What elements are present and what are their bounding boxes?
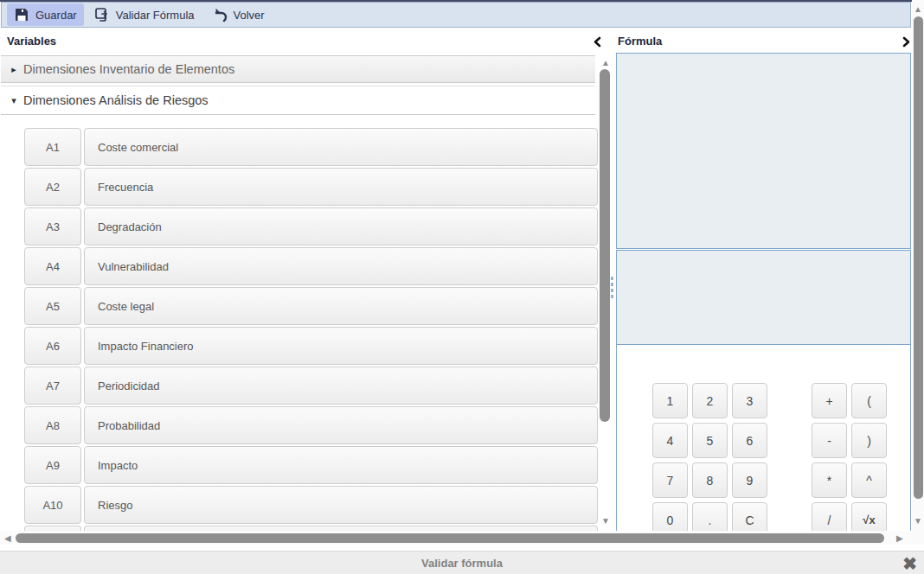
keypad-plus-button[interactable]: +: [812, 383, 847, 418]
validate-formula-label: Validar Fórmula: [116, 9, 195, 22]
scroll-up-icon[interactable]: ▲: [914, 5, 922, 14]
back-button[interactable]: Volver: [205, 3, 272, 26]
formula-editor-window: Guardar Validar Fórmula Volver Variables…: [0, 0, 924, 574]
section-dimensiones-analisis[interactable]: ▾ Dimensiones Análisis de Riesgos: [1, 86, 595, 115]
keypad-multiply-button[interactable]: *: [812, 462, 847, 498]
variable-code[interactable]: A3: [24, 207, 81, 246]
variable-name[interactable]: Periodicidad: [84, 367, 598, 405]
variable-code[interactable]: A7: [24, 367, 81, 405]
scroll-left-icon[interactable]: ◀: [4, 534, 11, 543]
variable-name[interactable]: Coste comercial: [84, 128, 598, 166]
section-expanded-icon: ▾: [8, 95, 20, 106]
splitter-grip-dot: [611, 295, 613, 298]
variable-name[interactable]: Frecuencia: [84, 168, 598, 206]
keypad-digit-9[interactable]: 9: [732, 462, 767, 498]
variable-name[interactable]: Probabilidad: [84, 406, 598, 444]
variable-code[interactable]: A4: [24, 247, 81, 285]
validate-formula-button[interactable]: Validar Fórmula: [87, 3, 202, 26]
variable-code[interactable]: A2: [24, 168, 81, 206]
variable-name[interactable]: Impacto: [84, 446, 598, 484]
save-button-label: Guardar: [35, 9, 77, 22]
keypad-digit-4[interactable]: 4: [652, 423, 688, 458]
variable-code[interactable]: A8: [24, 406, 81, 444]
keypad-close-paren-button[interactable]: ): [851, 423, 887, 458]
collapse-formula-icon[interactable]: [902, 35, 912, 51]
keypad-power-button[interactable]: ^: [851, 462, 887, 498]
keypad-digit-2[interactable]: 2: [692, 383, 728, 418]
collapse-variables-icon[interactable]: [592, 35, 602, 51]
variable-name[interactable]: Impacto Financiero: [84, 327, 598, 365]
footer-bar: Validar fórmula ✖: [0, 551, 924, 574]
scroll-down-icon[interactable]: ▼: [601, 517, 610, 526]
keypad-digit-1[interactable]: 1: [652, 383, 688, 418]
scroll-down-icon[interactable]: ▼: [914, 517, 922, 526]
vertical-scrollbar[interactable]: ▲ ▼: [912, 0, 924, 545]
scroll-up-icon[interactable]: ▲: [601, 59, 610, 67]
horizontal-scrollbar[interactable]: ◀ ▶: [0, 531, 912, 545]
splitter-grip-dot: [611, 289, 613, 292]
keypad-digit-3[interactable]: 3: [732, 383, 767, 418]
variables-panel-title: Variables: [7, 35, 56, 48]
section-dimensiones-inventario[interactable]: ▸ Dimensiones Inventario de Elementos: [1, 55, 595, 83]
variable-name[interactable]: Coste legal: [84, 287, 598, 325]
variable-code[interactable]: A5: [24, 287, 81, 325]
keypad-minus-button[interactable]: -: [812, 423, 847, 458]
keypad-digit-6[interactable]: 6: [732, 423, 767, 458]
section-label: Dimensiones Análisis de Riesgos: [23, 93, 209, 107]
undo-arrow-icon: [212, 7, 228, 22]
formula-expression-area[interactable]: [616, 53, 911, 249]
keypad-digit-5[interactable]: 5: [692, 423, 728, 458]
horizontal-scrollbar-thumb[interactable]: [16, 533, 884, 543]
scroll-right-icon[interactable]: ▶: [896, 534, 903, 543]
keypad-digit-7[interactable]: 7: [652, 462, 688, 498]
splitter-grip-dot: [611, 283, 613, 286]
save-icon: [14, 7, 29, 22]
variable-code[interactable]: A10: [24, 486, 81, 524]
section-collapsed-icon: ▸: [8, 64, 20, 75]
formula-panel-title: Fórmula: [618, 35, 662, 48]
variable-code[interactable]: A9: [24, 446, 81, 484]
splitter-grip-dot: [611, 277, 613, 280]
variables-scrollbar-thumb[interactable]: [600, 69, 610, 422]
vertical-scrollbar-thumb[interactable]: [914, 16, 923, 499]
save-button[interactable]: Guardar: [7, 3, 84, 26]
variable-name[interactable]: Degradación: [84, 207, 598, 246]
variable-name[interactable]: Vulnerabilidad: [84, 247, 598, 285]
section-label: Dimensiones Inventario de Elementos: [23, 62, 234, 76]
keypad-open-paren-button[interactable]: (: [851, 383, 887, 418]
variable-code[interactable]: A1: [24, 128, 81, 166]
formula-preview-area[interactable]: [616, 250, 911, 345]
variable-code[interactable]: A6: [24, 327, 81, 365]
variable-name[interactable]: Riesgo: [84, 486, 598, 524]
back-button-label: Volver: [234, 9, 265, 22]
close-icon[interactable]: ✖: [902, 553, 917, 574]
keypad-digit-8[interactable]: 8: [692, 462, 728, 498]
toolbar: Guardar Validar Fórmula Volver: [1, 2, 911, 28]
validate-formula-icon: [94, 7, 110, 22]
footer-validate-label: Validar fórmula: [0, 557, 924, 570]
